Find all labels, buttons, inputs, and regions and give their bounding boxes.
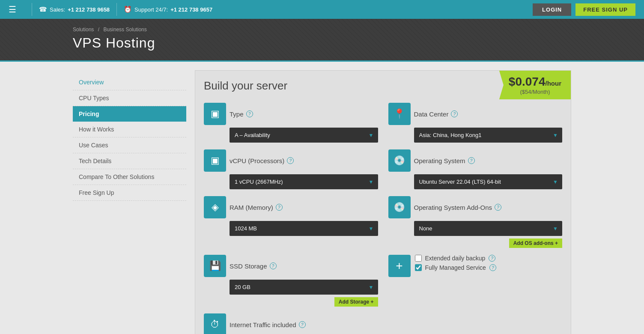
- extended-backup-label: Extended daily backup: [425, 255, 486, 262]
- price-value: $0.074: [509, 75, 546, 88]
- os-addons-title-area: Operating System Add-Ons ?: [414, 204, 563, 211]
- fully-managed-help-icon[interactable]: ?: [489, 264, 496, 271]
- ssd-icon: 💾: [204, 255, 226, 277]
- sidebar-item-pricing[interactable]: Pricing: [73, 106, 186, 122]
- extras-row: + Extended daily backup ? Fully Managed …: [388, 255, 563, 277]
- price-month: ($54/Month): [509, 89, 561, 95]
- extended-backup-checkbox[interactable]: [415, 255, 422, 262]
- sidebar: Overview CPU Types Pricing How it Works …: [73, 70, 186, 334]
- os-addons-select[interactable]: None: [414, 221, 563, 236]
- type-title-area: Type ?: [230, 110, 378, 118]
- os-section: 💿 Operating System ? Ubuntu Server 22.04…: [388, 149, 563, 189]
- datacenter-title-area: Data Center ?: [414, 110, 563, 118]
- price-main: $0.074/hour: [509, 75, 561, 89]
- sidebar-item-cpu-types[interactable]: CPU Types: [73, 90, 186, 106]
- ssd-select-wrapper: 20 GB ▼: [230, 280, 378, 295]
- os-help-icon[interactable]: ?: [468, 157, 475, 164]
- extended-backup-row: Extended daily backup ?: [415, 255, 496, 262]
- fully-managed-checkbox[interactable]: [415, 264, 422, 271]
- vcpu-icon: ▣: [204, 149, 226, 172]
- form-grid: ▣ Type ? A – Availability ▼: [204, 103, 562, 334]
- os-header: 💿 Operating System ?: [388, 149, 563, 172]
- sales-label: Sales:: [50, 6, 65, 13]
- content-area: $0.074/hour ($54/Month) Build your serve…: [186, 70, 571, 334]
- sidebar-item-how-it-works[interactable]: How it Works: [73, 122, 186, 137]
- ssd-section: 💾 SSD Storage ? 20 GB ▼: [204, 255, 378, 307]
- ram-select[interactable]: 1024 MB: [230, 221, 378, 236]
- ram-section: ◈ RAM (Memory) ? 1024 MB ▼: [204, 196, 378, 248]
- internet-icon: ⏱: [204, 313, 226, 334]
- type-section: ▣ Type ? A – Availability ▼: [204, 103, 378, 143]
- datacenter-help-icon[interactable]: ?: [451, 110, 458, 117]
- nav-divider: [32, 3, 32, 16]
- ssd-help-icon[interactable]: ?: [270, 262, 277, 269]
- os-addons-header: 💿 Operating System Add-Ons ?: [388, 196, 563, 218]
- ssd-header: 💾 SSD Storage ?: [204, 255, 378, 277]
- nav-divider2: [116, 3, 117, 16]
- vcpu-title-area: vCPU (Processors) ?: [230, 157, 378, 164]
- vcpu-label: vCPU (Processors): [230, 157, 284, 164]
- vcpu-help-icon[interactable]: ?: [287, 157, 294, 164]
- main-layout: Overview CPU Types Pricing How it Works …: [0, 62, 644, 334]
- nav-right-buttons: LOGIN FREE SIGN UP: [533, 3, 635, 16]
- ram-help-icon[interactable]: ?: [276, 204, 283, 211]
- os-addons-icon: 💿: [388, 196, 411, 218]
- vcpu-select-wrapper: 1 vCPU (2667MHz) ▼: [230, 174, 378, 189]
- vcpu-label-row: vCPU (Processors) ?: [230, 157, 378, 164]
- fully-managed-row: Fully Managed Service ?: [415, 264, 496, 271]
- ram-icon: ◈: [204, 196, 226, 218]
- ssd-label: SSD Storage: [230, 262, 267, 270]
- sidebar-item-use-cases[interactable]: Use Cases: [73, 137, 186, 153]
- type-help-icon[interactable]: ?: [246, 110, 253, 117]
- vcpu-select[interactable]: 1 vCPU (2667MHz): [230, 174, 378, 189]
- internet-help-icon[interactable]: ?: [299, 321, 306, 328]
- os-addons-help-icon[interactable]: ?: [495, 204, 501, 211]
- os-select[interactable]: Ubuntu Server 22.04 (LTS) 64-bit: [414, 174, 563, 189]
- os-addons-label-row: Operating System Add-Ons ?: [414, 204, 563, 211]
- login-button[interactable]: LOGIN: [533, 3, 571, 16]
- sales-phone: +1 212 738 9658: [68, 6, 110, 13]
- signup-button[interactable]: FREE SIGN UP: [575, 3, 635, 16]
- type-select[interactable]: A – Availability: [230, 128, 378, 143]
- internet-section: ⏱ Internet Traffic included ? 1000 GB/mo…: [204, 313, 378, 334]
- datacenter-label-row: Data Center ?: [414, 110, 563, 118]
- ram-title-area: RAM (Memory) ?: [230, 204, 378, 211]
- os-title-area: Operating System ?: [414, 157, 563, 164]
- sidebar-item-free-signup[interactable]: Free Sign Up: [73, 185, 186, 201]
- add-storage-button[interactable]: Add Storage +: [334, 297, 378, 307]
- add-storage-row: Add Storage +: [230, 297, 378, 307]
- os-addons-label: Operating System Add-Ons: [414, 204, 492, 211]
- extended-backup-help-icon[interactable]: ?: [489, 255, 495, 262]
- breadcrumb-sub: Business Solutions: [103, 27, 146, 33]
- vcpu-header: ▣ vCPU (Processors) ?: [204, 149, 378, 172]
- datacenter-select[interactable]: Asia: China, Hong Kong1: [414, 128, 563, 143]
- internet-header: ⏱ Internet Traffic included ?: [204, 313, 378, 334]
- breadcrumb-solutions[interactable]: Solutions: [73, 27, 94, 33]
- hamburger-icon[interactable]: ☰: [9, 4, 16, 15]
- add-extras-button[interactable]: +: [388, 255, 411, 277]
- datacenter-header: 📍 Data Center ?: [388, 103, 563, 125]
- sidebar-item-tech-details[interactable]: Tech Details: [73, 153, 186, 169]
- ssd-title-area: SSD Storage ?: [230, 262, 378, 270]
- extras-section: + Extended daily backup ? Fully Managed …: [388, 255, 563, 307]
- type-select-wrapper: A – Availability ▼: [230, 128, 378, 143]
- internet-label-row: Internet Traffic included ?: [230, 321, 378, 328]
- price-badge: $0.074/hour ($54/Month): [499, 71, 571, 99]
- type-label: Type: [230, 110, 244, 118]
- price-per: /hour: [546, 80, 562, 87]
- ram-label-row: RAM (Memory) ?: [230, 204, 378, 211]
- datacenter-icon: 📍: [388, 103, 411, 125]
- type-label-row: Type ?: [230, 110, 378, 118]
- type-header: ▣ Type ?: [204, 103, 378, 125]
- add-os-addons-button[interactable]: Add OS add-ons +: [509, 239, 562, 248]
- build-server-title: Build your server: [204, 79, 287, 92]
- os-select-wrapper: Ubuntu Server 22.04 (LTS) 64-bit ▼: [414, 174, 563, 189]
- sidebar-item-overview[interactable]: Overview: [73, 75, 186, 90]
- os-label-row: Operating System ?: [414, 157, 563, 164]
- sales-contact: ☎ Sales: +1 212 738 9658: [39, 6, 110, 13]
- support-phone: +1 212 738 9657: [170, 6, 212, 13]
- sidebar-item-compare[interactable]: Compare To Other Solutions: [73, 169, 186, 185]
- page-header: Solutions / Business Solutions VPS Hosti…: [0, 19, 644, 62]
- internet-title-area: Internet Traffic included ?: [230, 321, 378, 328]
- ssd-select[interactable]: 20 GB: [230, 280, 378, 295]
